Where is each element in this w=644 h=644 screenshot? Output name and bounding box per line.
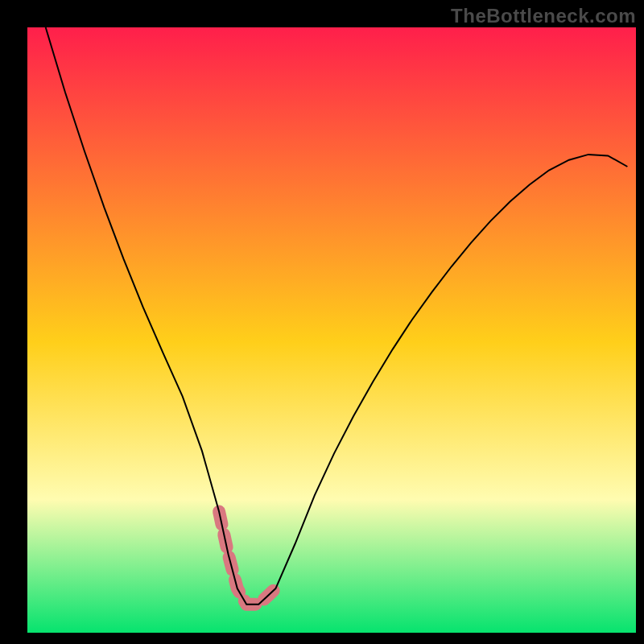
gradient-background (27, 27, 636, 633)
watermark-text: TheBottleneck.com (451, 5, 636, 27)
bottleneck-chart (0, 0, 644, 644)
chart-frame: TheBottleneck.com (0, 0, 644, 644)
